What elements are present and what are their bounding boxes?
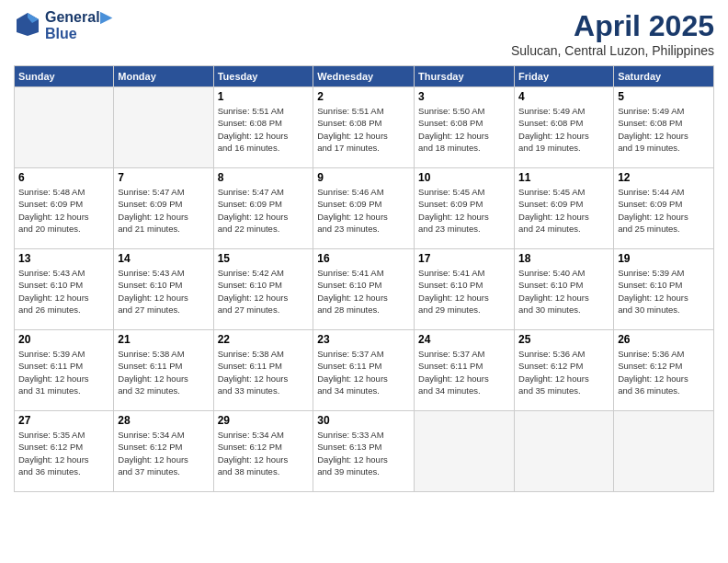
calendar-cell: 16Sunrise: 5:41 AM Sunset: 6:10 PM Dayli…: [313, 249, 415, 330]
week-row-1: 1Sunrise: 5:51 AM Sunset: 6:08 PM Daylig…: [15, 87, 714, 168]
day-info: Sunrise: 5:41 AM Sunset: 6:10 PM Dayligh…: [317, 267, 410, 316]
day-info: Sunrise: 5:50 AM Sunset: 6:08 PM Dayligh…: [418, 105, 510, 154]
calendar-cell: 6Sunrise: 5:48 AM Sunset: 6:09 PM Daylig…: [15, 168, 114, 249]
day-number: 27: [18, 414, 109, 427]
calendar-cell: 27Sunrise: 5:35 AM Sunset: 6:12 PM Dayli…: [15, 411, 114, 492]
calendar-cell: 21Sunrise: 5:38 AM Sunset: 6:11 PM Dayli…: [114, 330, 213, 411]
day-info: Sunrise: 5:35 AM Sunset: 6:12 PM Dayligh…: [18, 429, 109, 477]
day-info: Sunrise: 5:33 AM Sunset: 6:13 PM Dayligh…: [317, 429, 410, 477]
calendar-cell: 28Sunrise: 5:34 AM Sunset: 6:12 PM Dayli…: [114, 411, 213, 492]
day-number: 4: [518, 90, 609, 103]
calendar-cell: 3Sunrise: 5:50 AM Sunset: 6:08 PM Daylig…: [415, 87, 515, 168]
calendar-cell: [114, 87, 213, 168]
calendar-cell: 20Sunrise: 5:39 AM Sunset: 6:11 PM Dayli…: [15, 330, 114, 411]
day-number: 18: [518, 252, 609, 265]
calendar-cell: 7Sunrise: 5:47 AM Sunset: 6:09 PM Daylig…: [114, 168, 213, 249]
day-number: 1: [218, 90, 310, 103]
day-info: Sunrise: 5:45 AM Sunset: 6:09 PM Dayligh…: [418, 186, 510, 235]
calendar-cell: 10Sunrise: 5:45 AM Sunset: 6:09 PM Dayli…: [415, 168, 515, 249]
calendar-cell: 5Sunrise: 5:49 AM Sunset: 6:08 PM Daylig…: [614, 87, 714, 168]
title-area: April 2025 Sulucan, Central Luzon, Phili…: [511, 9, 714, 58]
calendar-cell: 4Sunrise: 5:49 AM Sunset: 6:08 PM Daylig…: [515, 87, 614, 168]
day-info: Sunrise: 5:48 AM Sunset: 6:09 PM Dayligh…: [18, 186, 109, 235]
day-info: Sunrise: 5:37 AM Sunset: 6:11 PM Dayligh…: [317, 348, 410, 396]
col-friday: Friday: [515, 66, 614, 87]
day-info: Sunrise: 5:43 AM Sunset: 6:10 PM Dayligh…: [118, 267, 209, 316]
day-info: Sunrise: 5:38 AM Sunset: 6:11 PM Dayligh…: [118, 348, 209, 396]
calendar-cell: [15, 87, 114, 168]
week-row-4: 20Sunrise: 5:39 AM Sunset: 6:11 PM Dayli…: [15, 330, 714, 411]
day-number: 8: [218, 171, 310, 184]
logo-icon: [14, 10, 41, 38]
day-number: 15: [218, 252, 310, 265]
day-info: Sunrise: 5:44 AM Sunset: 6:09 PM Dayligh…: [618, 186, 710, 235]
calendar-cell: 15Sunrise: 5:42 AM Sunset: 6:10 PM Dayli…: [213, 249, 313, 330]
day-number: 5: [618, 90, 710, 103]
calendar-cell: 29Sunrise: 5:34 AM Sunset: 6:12 PM Dayli…: [213, 411, 313, 492]
calendar-cell: 1Sunrise: 5:51 AM Sunset: 6:08 PM Daylig…: [213, 87, 313, 168]
day-number: 29: [218, 414, 310, 427]
month-year: April 2025: [511, 9, 714, 43]
day-info: Sunrise: 5:45 AM Sunset: 6:09 PM Dayligh…: [518, 186, 609, 235]
day-info: Sunrise: 5:49 AM Sunset: 6:08 PM Dayligh…: [518, 105, 609, 154]
day-number: 10: [418, 171, 510, 184]
calendar-cell: 9Sunrise: 5:46 AM Sunset: 6:09 PM Daylig…: [313, 168, 415, 249]
col-tuesday: Tuesday: [213, 66, 313, 87]
day-number: 11: [518, 171, 609, 184]
day-number: 12: [618, 171, 710, 184]
day-info: Sunrise: 5:36 AM Sunset: 6:12 PM Dayligh…: [518, 348, 609, 396]
page: General▶ Blue April 2025 Sulucan, Centra…: [0, 0, 728, 563]
day-number: 24: [418, 333, 510, 346]
location: Sulucan, Central Luzon, Philippines: [511, 43, 714, 58]
calendar-cell: 14Sunrise: 5:43 AM Sunset: 6:10 PM Dayli…: [114, 249, 213, 330]
day-number: 9: [317, 171, 410, 184]
week-row-2: 6Sunrise: 5:48 AM Sunset: 6:09 PM Daylig…: [15, 168, 714, 249]
day-info: Sunrise: 5:38 AM Sunset: 6:11 PM Dayligh…: [218, 348, 310, 396]
day-info: Sunrise: 5:37 AM Sunset: 6:11 PM Dayligh…: [418, 348, 510, 396]
calendar-cell: 22Sunrise: 5:38 AM Sunset: 6:11 PM Dayli…: [213, 330, 313, 411]
day-info: Sunrise: 5:47 AM Sunset: 6:09 PM Dayligh…: [218, 186, 310, 235]
col-sunday: Sunday: [15, 66, 114, 87]
calendar-cell: [415, 411, 515, 492]
logo: General▶ Blue: [14, 9, 111, 43]
calendar-cell: 23Sunrise: 5:37 AM Sunset: 6:11 PM Dayli…: [313, 330, 415, 411]
day-number: 26: [618, 333, 710, 346]
calendar-header-row: Sunday Monday Tuesday Wednesday Thursday…: [15, 66, 714, 87]
day-number: 7: [118, 171, 209, 184]
week-row-5: 27Sunrise: 5:35 AM Sunset: 6:12 PM Dayli…: [15, 411, 714, 492]
calendar-cell: 25Sunrise: 5:36 AM Sunset: 6:12 PM Dayli…: [515, 330, 614, 411]
calendar-cell: 19Sunrise: 5:39 AM Sunset: 6:10 PM Dayli…: [614, 249, 714, 330]
day-number: 22: [218, 333, 310, 346]
day-info: Sunrise: 5:40 AM Sunset: 6:10 PM Dayligh…: [518, 267, 609, 316]
calendar-cell: 11Sunrise: 5:45 AM Sunset: 6:09 PM Dayli…: [515, 168, 614, 249]
logo-text-blue: Blue: [45, 26, 111, 42]
header: General▶ Blue April 2025 Sulucan, Centra…: [14, 9, 714, 58]
day-number: 23: [317, 333, 410, 346]
day-info: Sunrise: 5:51 AM Sunset: 6:08 PM Dayligh…: [317, 105, 410, 154]
day-info: Sunrise: 5:36 AM Sunset: 6:12 PM Dayligh…: [618, 348, 710, 396]
day-info: Sunrise: 5:47 AM Sunset: 6:09 PM Dayligh…: [118, 186, 209, 235]
day-number: 17: [418, 252, 510, 265]
day-info: Sunrise: 5:39 AM Sunset: 6:11 PM Dayligh…: [18, 348, 109, 396]
calendar-cell: 8Sunrise: 5:47 AM Sunset: 6:09 PM Daylig…: [213, 168, 313, 249]
day-info: Sunrise: 5:43 AM Sunset: 6:10 PM Dayligh…: [18, 267, 109, 316]
calendar-cell: 12Sunrise: 5:44 AM Sunset: 6:09 PM Dayli…: [614, 168, 714, 249]
day-number: 13: [18, 252, 109, 265]
day-number: 3: [418, 90, 510, 103]
day-info: Sunrise: 5:46 AM Sunset: 6:09 PM Dayligh…: [317, 186, 410, 235]
col-wednesday: Wednesday: [313, 66, 415, 87]
logo-text-general: General▶: [45, 9, 111, 26]
day-number: 25: [518, 333, 609, 346]
day-info: Sunrise: 5:34 AM Sunset: 6:12 PM Dayligh…: [218, 429, 310, 477]
day-number: 14: [118, 252, 209, 265]
day-number: 20: [18, 333, 109, 346]
day-number: 2: [317, 90, 410, 103]
calendar-cell: 26Sunrise: 5:36 AM Sunset: 6:12 PM Dayli…: [614, 330, 714, 411]
day-info: Sunrise: 5:34 AM Sunset: 6:12 PM Dayligh…: [118, 429, 209, 477]
day-number: 19: [618, 252, 710, 265]
calendar-cell: 2Sunrise: 5:51 AM Sunset: 6:08 PM Daylig…: [313, 87, 415, 168]
day-number: 30: [317, 414, 410, 427]
calendar-table: Sunday Monday Tuesday Wednesday Thursday…: [14, 65, 714, 492]
calendar-cell: 30Sunrise: 5:33 AM Sunset: 6:13 PM Dayli…: [313, 411, 415, 492]
day-info: Sunrise: 5:51 AM Sunset: 6:08 PM Dayligh…: [218, 105, 310, 154]
